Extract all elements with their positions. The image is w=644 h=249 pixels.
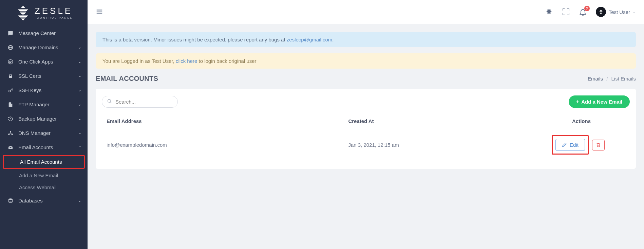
sidebar-item-one-click-apps[interactable]: One Click Apps ⌄ bbox=[0, 54, 88, 69]
add-new-email-button[interactable]: + Add a New Email bbox=[569, 95, 630, 108]
sidebar-item-label: SSL Certs bbox=[18, 73, 73, 79]
sidebar-item-label: SSH Keys bbox=[18, 87, 73, 93]
cell-email-address: info@exampledomain.com bbox=[102, 129, 343, 161]
mail-icon bbox=[7, 144, 14, 150]
chevron-down-icon: ⌄ bbox=[78, 59, 81, 64]
sidebar-item-label: Message Center bbox=[18, 30, 81, 36]
trash-icon bbox=[596, 142, 601, 148]
svg-marker-2 bbox=[20, 13, 26, 15]
file-icon bbox=[7, 101, 14, 107]
svg-marker-0 bbox=[21, 6, 25, 8]
email-accounts-table: Email Address Created At Actions info@ex… bbox=[102, 113, 630, 161]
logo-mark-icon bbox=[15, 5, 31, 21]
edit-button[interactable]: Edit bbox=[555, 139, 585, 151]
page-content: This is a beta version. Minor issues mig… bbox=[88, 24, 644, 249]
svg-marker-3 bbox=[18, 16, 28, 18]
chevron-down-icon: ⌄ bbox=[78, 88, 81, 92]
hamburger-menu-button[interactable] bbox=[96, 8, 103, 16]
highlight-annotation: All Email Accounts bbox=[3, 155, 85, 169]
database-icon bbox=[7, 197, 14, 203]
login-alert: You are Logged in as Test User, click he… bbox=[96, 53, 636, 69]
globe-icon bbox=[7, 44, 14, 50]
chevron-down-icon: ⌄ bbox=[78, 45, 81, 50]
svg-marker-19 bbox=[600, 13, 602, 14]
beta-alert-link[interactable]: zeslecp@gmail.com bbox=[287, 37, 332, 42]
sidebar-item-ssh-keys[interactable]: SSH Keys ⌄ bbox=[0, 83, 88, 97]
email-accounts-card: + Add a New Email Email Address Created … bbox=[96, 89, 636, 169]
sidebar-item-email-accounts[interactable]: Email Accounts ⌄ bbox=[0, 140, 88, 154]
maple-leaf-icon[interactable] bbox=[545, 8, 553, 16]
login-alert-text-suffix: to login back original user bbox=[197, 58, 256, 64]
brand-text: ZESLE CONTROL PANEL bbox=[35, 6, 73, 19]
wordpress-icon bbox=[7, 58, 14, 65]
brand-subtitle: CONTROL PANEL bbox=[35, 17, 73, 19]
svg-point-20 bbox=[108, 100, 111, 103]
user-name: Test User bbox=[609, 9, 630, 15]
beta-alert: This is a beta version. Minor issues mig… bbox=[96, 32, 636, 47]
chevron-down-icon: ⌄ bbox=[78, 73, 81, 78]
chat-icon bbox=[7, 30, 14, 36]
svg-marker-4 bbox=[21, 19, 25, 21]
sidebar-item-ftp-manager[interactable]: FTP Manager ⌄ bbox=[0, 97, 88, 111]
svg-marker-17 bbox=[600, 10, 602, 11]
svg-marker-18 bbox=[599, 11, 602, 12]
sidebar-item-message-center[interactable]: Message Center bbox=[0, 26, 88, 40]
email-submenu: All Email Accounts Add a New Email Acces… bbox=[0, 154, 88, 193]
breadcrumb-root[interactable]: Emails bbox=[588, 76, 603, 82]
brand-name: ZESLE bbox=[35, 6, 73, 15]
fullscreen-icon[interactable] bbox=[562, 8, 570, 16]
beta-alert-text-prefix: This is a beta version. Minor issues mig… bbox=[102, 37, 287, 42]
topbar-actions: ? Test User ⌄ bbox=[545, 7, 636, 17]
key-icon bbox=[7, 87, 14, 93]
brand-logo[interactable]: ZESLE CONTROL PANEL bbox=[0, 0, 88, 24]
page-header: EMAIL ACCOUNTS Emails / List Emails bbox=[96, 75, 636, 83]
sidebar-subitem-all-email-accounts[interactable]: All Email Accounts bbox=[4, 156, 84, 168]
sidebar-item-label: Databases bbox=[18, 198, 73, 203]
chevron-down-icon: ⌄ bbox=[78, 198, 81, 203]
avatar bbox=[596, 7, 606, 17]
login-alert-text-prefix: You are Logged in as Test User, bbox=[102, 58, 176, 64]
svg-point-8 bbox=[9, 90, 11, 92]
search-input[interactable] bbox=[115, 99, 180, 105]
cell-created-at: Jan 3, 2021, 12:15 am bbox=[343, 129, 552, 161]
sidebar-item-label: Backup Manager bbox=[18, 116, 73, 122]
beta-alert-text-suffix: . bbox=[332, 37, 334, 42]
row-actions: Edit bbox=[552, 135, 625, 155]
sidebar-item-ssl-certs[interactable]: SSL Certs ⌄ bbox=[0, 69, 88, 83]
sidebar: ZESLE CONTROL PANEL Message Center Manag… bbox=[0, 0, 88, 249]
topbar: ? Test User ⌄ bbox=[88, 0, 644, 24]
notification-badge: ? bbox=[584, 6, 590, 11]
sidebar-item-manage-domains[interactable]: Manage Domains ⌄ bbox=[0, 40, 88, 54]
sidebar-item-label: Manage Domains bbox=[18, 45, 73, 50]
svg-line-21 bbox=[110, 102, 111, 103]
breadcrumb-leaf: List Emails bbox=[611, 76, 636, 82]
edit-button-label: Edit bbox=[570, 142, 579, 148]
sidebar-item-dns-manager[interactable]: DNS Manager ⌄ bbox=[0, 126, 88, 140]
page-title: EMAIL ACCOUNTS bbox=[96, 75, 158, 83]
sidebar-nav: Message Center Manage Domains ⌄ One Clic… bbox=[0, 24, 88, 209]
main-area: ? Test User ⌄ This is a beta version. Mi… bbox=[88, 0, 644, 249]
breadcrumb: Emails / List Emails bbox=[588, 76, 636, 82]
sidebar-subitem-access-webmail[interactable]: Access Webmail bbox=[0, 181, 88, 193]
plus-icon: + bbox=[576, 99, 579, 105]
delete-button[interactable] bbox=[592, 140, 605, 150]
login-alert-link[interactable]: click here bbox=[176, 58, 197, 64]
card-toolbar: + Add a New Email bbox=[102, 95, 630, 108]
svg-rect-7 bbox=[9, 76, 12, 78]
notification-bell-icon[interactable]: ? bbox=[579, 8, 587, 16]
column-header-address: Email Address bbox=[102, 113, 343, 129]
svg-rect-10 bbox=[8, 134, 10, 135]
breadcrumb-separator: / bbox=[606, 76, 608, 82]
sidebar-subitem-add-new-email[interactable]: Add a New Email bbox=[0, 170, 88, 181]
chevron-down-icon: ⌄ bbox=[78, 116, 81, 121]
table-row: info@exampledomain.com Jan 3, 2021, 12:1… bbox=[102, 129, 630, 161]
svg-rect-11 bbox=[12, 134, 13, 135]
sidebar-item-databases[interactable]: Databases ⌄ bbox=[0, 193, 88, 208]
sidebar-item-label: Email Accounts bbox=[18, 144, 73, 150]
highlight-annotation: Edit bbox=[552, 135, 589, 155]
user-menu[interactable]: Test User ⌄ bbox=[596, 7, 636, 17]
sidebar-item-backup-manager[interactable]: Backup Manager ⌄ bbox=[0, 111, 88, 126]
column-header-actions: Actions bbox=[552, 113, 630, 129]
svg-point-13 bbox=[9, 199, 13, 200]
search-icon bbox=[107, 99, 112, 105]
